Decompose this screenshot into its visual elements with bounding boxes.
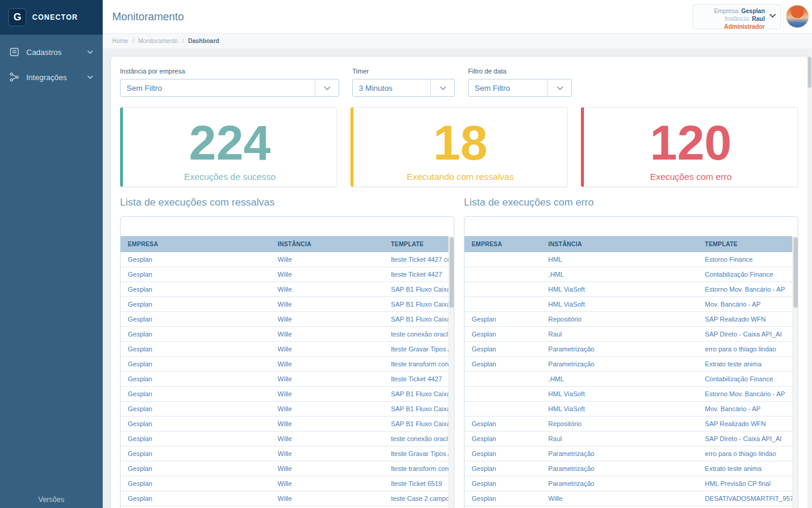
ressalvas-table-toolbar bbox=[121, 217, 454, 236]
table-row[interactable]: GesplanWillelteste Gravar Tipos Arquivos bbox=[121, 446, 454, 461]
table-row[interactable]: GesplanWillelteste Ticket 4427 bbox=[121, 372, 454, 387]
filter-timer: Timer 3 Minutos bbox=[352, 68, 455, 97]
breadcrumb: Home / Monitoramento / Dashboard bbox=[103, 33, 812, 49]
table-row[interactable]: GesplanParametrizaçãoerro para o thiago … bbox=[465, 446, 798, 461]
table-cell: Gesplan bbox=[121, 342, 270, 357]
table-cell: Wille bbox=[541, 491, 697, 506]
table-cell: erro para o thiago lindao bbox=[698, 446, 798, 461]
table-cell: Contabilização Finance bbox=[698, 267, 798, 282]
table-cell: Gesplan bbox=[465, 327, 541, 342]
table-row[interactable]: GesplanParametrizaçãoExtrato teste anima bbox=[465, 357, 798, 372]
table-row[interactable]: HML ViaSoftMov. Bancário - AP bbox=[465, 402, 798, 417]
table-row[interactable]: GesplanWillelteste transform concatenaç bbox=[121, 357, 454, 372]
table-row[interactable]: GesplanWillelteste Ticket 6519 bbox=[121, 476, 454, 491]
table-row[interactable]: GesplanWilleSAP B1 Fluxo Caixa Contas bbox=[121, 402, 454, 417]
table-row[interactable]: GesplanWilleSAP B1 Fluxo Caixa Contas bbox=[121, 417, 454, 432]
table-cell: Wille bbox=[270, 446, 384, 461]
table-row[interactable]: GesplanRaulSAP Direto - Caixa API_AI bbox=[465, 432, 798, 446]
table-row[interactable]: GesplanParametrizaçãoExtrato teste anima bbox=[465, 461, 798, 476]
table-cell: Gesplan bbox=[121, 312, 270, 327]
sidebar-item-cadastros[interactable]: Cadastros bbox=[0, 39, 103, 65]
table-cell: SAP Realizado WFN bbox=[698, 312, 798, 327]
table-cell: Gesplan bbox=[121, 357, 270, 372]
table-row[interactable]: ,HMLContabilização Finance bbox=[465, 372, 798, 387]
filter-label: Instância por empresa bbox=[120, 68, 339, 75]
list-icon bbox=[10, 47, 19, 57]
table-cell: Parametrização bbox=[541, 446, 697, 461]
page-scrollbar[interactable] bbox=[807, 49, 812, 508]
instancia-filter-select[interactable]: Sem Filtro bbox=[120, 79, 339, 97]
table-row[interactable]: HML ViaSoftMov. Bancário - AP bbox=[465, 297, 798, 312]
table-cell: SAP B1 Fluxo Caixa Contas bbox=[384, 312, 454, 327]
table-cell: Wille bbox=[270, 297, 384, 312]
breadcrumb-monitoramento[interactable]: Monitoramento bbox=[138, 38, 178, 44]
table-cell: HML bbox=[541, 252, 697, 267]
ressalvas-scrollbar[interactable] bbox=[448, 236, 454, 508]
table-row[interactable]: HML ViaSoftEstorno Mov. Bancário - AP bbox=[465, 282, 798, 297]
table-cell: Gesplan bbox=[121, 282, 270, 297]
chevron-down-icon[interactable] bbox=[769, 13, 776, 18]
table-cell bbox=[465, 267, 541, 282]
versions-link[interactable]: Versões bbox=[0, 495, 103, 504]
stat-success-value: 224 bbox=[189, 118, 271, 167]
stat-ressalvas: 18 Executando com ressalvas bbox=[350, 107, 568, 187]
chevron-down-icon[interactable] bbox=[430, 79, 454, 96]
dashboard-card: Instância por empresa Sem Filtro Timer 3… bbox=[111, 57, 807, 508]
table-row[interactable]: GesplanRaulSAP Direto - Caixa API_AI bbox=[465, 327, 798, 342]
table-cell: lteste Ticket 4427 copía bbox=[384, 252, 454, 267]
top-header: Monitoramento Empresa: Gesplan Instância… bbox=[103, 0, 812, 33]
table-row[interactable]: GesplanWillelteste Ticket 4427 copía bbox=[121, 252, 454, 267]
table-cell: Gesplan bbox=[121, 476, 270, 491]
user-role: Administrador bbox=[698, 23, 765, 30]
table-row[interactable]: GesplanRepositórioSAP Realizado WFN bbox=[465, 417, 798, 432]
table-header-row: EMPRESA INSTÂNCIA TEMPLATE bbox=[121, 236, 454, 252]
table-row[interactable]: GesplanWillelteste Gravar Tipos Arquivos bbox=[121, 342, 454, 357]
scrollbar-thumb[interactable] bbox=[808, 57, 811, 88]
table-cell: Extrato teste anima bbox=[698, 461, 798, 476]
table-cell: teste conexão oracle direto bbox=[384, 327, 454, 342]
table-row[interactable]: ,HMLContabilização Finance bbox=[465, 267, 798, 282]
column-header-empresa: EMPRESA bbox=[121, 236, 270, 252]
user-menu[interactable]: Empresa: Gesplan Instância: Raul Adminis… bbox=[693, 4, 781, 29]
table-cell: lteste transform concatenaç bbox=[384, 461, 454, 476]
table-row[interactable]: GesplanParametrizaçãoHML Previsão CP fin… bbox=[465, 476, 798, 491]
table-row[interactable]: GesplanWillelteste duplicar e sem chave bbox=[121, 506, 454, 508]
chevron-down-icon[interactable] bbox=[315, 79, 339, 96]
table-row[interactable]: GesplanParametrizaçãoerro para o thiago … bbox=[465, 342, 798, 357]
table-cell: lteste Gravar Tipos Arquivos bbox=[384, 342, 454, 357]
table-row[interactable]: GesplanWillelteste Ticket 4427 bbox=[121, 267, 454, 282]
table-cell: HML ViaSoft bbox=[541, 297, 697, 312]
table-row[interactable]: GesplanRepositórioSAP Realizado WFN bbox=[465, 312, 798, 327]
date-filter-select[interactable]: Sem Filtro bbox=[468, 79, 572, 97]
table-row[interactable]: GesplanWilleteste conexão oracle direto bbox=[121, 432, 454, 446]
user-avatar[interactable] bbox=[786, 5, 809, 28]
table-cell: SAP B1 Fluxo Caixa Contas bbox=[384, 417, 454, 432]
table-cell: Gesplan bbox=[121, 491, 270, 506]
chevron-down-icon[interactable] bbox=[548, 79, 571, 96]
timer-filter-select[interactable]: 3 Minutos bbox=[352, 79, 455, 97]
scrollbar-thumb[interactable] bbox=[793, 237, 798, 308]
table-row[interactable]: GesplanWilleDESATIVADOSMARTFIT_9574 Cont bbox=[465, 491, 798, 506]
erro-scrollbar[interactable] bbox=[792, 236, 798, 508]
table-cell: erro para o thiago lindao bbox=[698, 342, 798, 357]
sidebar-item-integracoes[interactable]: Integrações bbox=[0, 65, 103, 90]
scrollbar-thumb[interactable] bbox=[450, 237, 454, 308]
table-row[interactable]: GesplanWilleSAP B1 Fluxo Caixa Contas bbox=[121, 312, 454, 327]
table-row[interactable]: GesplanWilleSAP B1 Fluxo Caixa Compe bbox=[121, 387, 454, 402]
table-row[interactable]: GesplanWilleSAP B1 Fluxo Caixa Compe bbox=[121, 282, 454, 297]
breadcrumb-home[interactable]: Home bbox=[112, 38, 128, 44]
table-row[interactable]: HMLEstorno Finance bbox=[465, 252, 798, 267]
table-cell: Gesplan bbox=[465, 491, 541, 506]
table-cell: Wille bbox=[270, 312, 384, 327]
table-row[interactable]: GesplanWillelteste transform concatenaç bbox=[121, 461, 454, 476]
table-cell: Wille bbox=[270, 282, 384, 297]
table-row[interactable]: HML ViaSoftEstorno Mov. Bancário - AP bbox=[465, 387, 798, 402]
stat-ressalvas-label: Executando com ressalvas bbox=[353, 172, 567, 182]
table-row[interactable]: GesplanWilleteste Case 2 campos bbox=[121, 491, 454, 506]
table-row[interactable]: GesplanWilleteste conexão oracle direto bbox=[121, 327, 454, 342]
table-cell bbox=[465, 252, 541, 267]
table-cell: Gesplan bbox=[465, 476, 541, 491]
sidebar-item-label: Cadastros bbox=[26, 48, 80, 57]
table-row[interactable]: GesplanWilleSAP B1 Fluxo Caixa Contas bbox=[121, 297, 454, 312]
table-row[interactable]: GesplanWillelteste Ticket 9887 bbox=[465, 506, 798, 508]
